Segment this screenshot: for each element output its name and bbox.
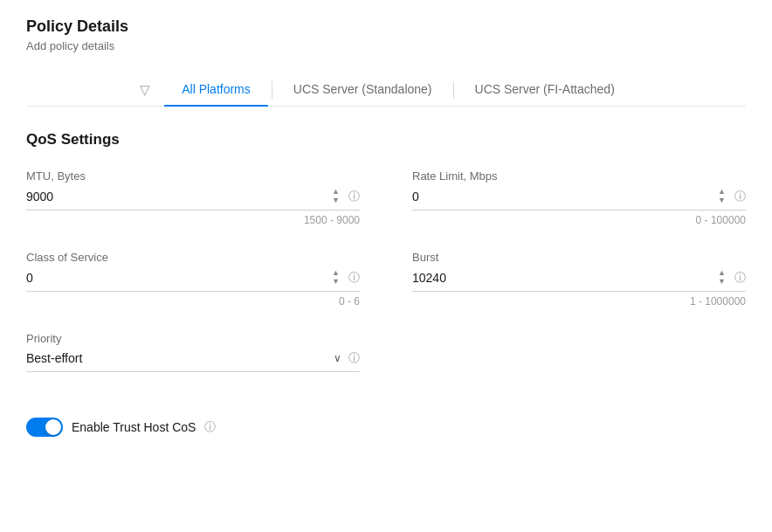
priority-select[interactable]: Best-effort Bronze Silver Gold Platinum — [26, 351, 327, 365]
mtu-decrement[interactable]: ▼ — [330, 197, 341, 204]
burst-increment[interactable]: ▲ — [716, 269, 727, 277]
cos-input-row: ▲ ▼ ⓘ — [26, 269, 360, 292]
priority-field-group: Priority Best-effort Bronze Silver Gold … — [26, 332, 360, 372]
toggle-info-icon[interactable]: ⓘ — [204, 419, 216, 435]
tab-ucs-standalone[interactable]: UCS Server (Standalone) — [276, 73, 450, 107]
burst-decrement[interactable]: ▼ — [716, 278, 727, 286]
priority-select-row: Best-effort Bronze Silver Gold Platinum … — [26, 350, 360, 372]
mtu-field-group: MTU, Bytes ▲ ▼ ⓘ 1500 - 9000 — [26, 169, 360, 226]
rate-limit-decrement[interactable]: ▼ — [716, 197, 727, 204]
mtu-info-icon[interactable]: ⓘ — [348, 189, 360, 204]
burst-spinner[interactable]: ▲ ▼ — [716, 269, 727, 286]
tab-ucs-fi-attached[interactable]: UCS Server (FI-Attached) — [458, 73, 632, 107]
priority-label: Priority — [26, 332, 360, 345]
cos-field-group: Class of Service ▲ ▼ ⓘ 0 - 6 — [26, 251, 360, 307]
burst-input-row: ▲ ▼ ⓘ — [412, 269, 746, 292]
rate-limit-field-group: Rate Limit, Mbps ▲ ▼ ⓘ 0 - 100000 — [412, 169, 746, 226]
burst-label: Burst — [412, 251, 746, 264]
cos-label: Class of Service — [26, 251, 360, 264]
cos-increment[interactable]: ▲ — [330, 269, 341, 277]
burst-field-group: Burst ▲ ▼ ⓘ 1 - 1000000 — [412, 251, 746, 307]
tab-separator-1 — [272, 81, 272, 99]
rate-limit-info-icon[interactable]: ⓘ — [734, 189, 746, 204]
page-header: Policy Details Add policy details — [26, 17, 746, 52]
toggle-knob — [45, 419, 61, 435]
cos-input[interactable] — [26, 271, 323, 285]
mtu-input[interactable] — [26, 190, 323, 204]
tab-all-platforms[interactable]: All Platforms — [164, 73, 268, 107]
cos-info-icon[interactable]: ⓘ — [348, 270, 360, 286]
priority-info-icon[interactable]: ⓘ — [348, 350, 360, 366]
filter-icon[interactable]: ▽ — [140, 82, 150, 98]
enable-trust-host-cos-toggle[interactable] — [26, 418, 63, 437]
cos-range: 0 - 6 — [26, 295, 360, 307]
rate-limit-range: 0 - 100000 — [412, 214, 746, 226]
burst-info-icon[interactable]: ⓘ — [734, 270, 746, 286]
fields-grid: MTU, Bytes ▲ ▼ ⓘ 1500 - 9000 Rate Limit,… — [26, 169, 746, 397]
cos-decrement[interactable]: ▼ — [330, 278, 341, 286]
burst-input[interactable] — [412, 271, 709, 285]
rate-limit-input[interactable] — [412, 190, 709, 204]
tab-separator-2 — [453, 81, 454, 99]
mtu-range: 1500 - 9000 — [26, 214, 360, 226]
page-subtitle: Add policy details — [26, 39, 746, 52]
toggle-row: Enable Trust Host CoS ⓘ — [26, 418, 746, 437]
rate-limit-label: Rate Limit, Mbps — [412, 169, 746, 183]
burst-range: 1 - 1000000 — [412, 295, 746, 307]
rate-limit-spinner[interactable]: ▲ ▼ — [716, 188, 727, 204]
rate-limit-input-row: ▲ ▼ ⓘ — [412, 188, 746, 211]
rate-limit-increment[interactable]: ▲ — [716, 188, 727, 196]
page-title: Policy Details — [26, 17, 746, 36]
mtu-spinner[interactable]: ▲ ▼ — [330, 188, 341, 204]
section-title: QoS Settings — [26, 131, 746, 149]
mtu-label: MTU, Bytes — [26, 169, 360, 183]
mtu-input-row: ▲ ▼ ⓘ — [26, 188, 360, 211]
toggle-label: Enable Trust Host CoS — [72, 420, 196, 434]
tab-bar: ▽ All Platforms UCS Server (Standalone) … — [26, 73, 746, 107]
mtu-increment[interactable]: ▲ — [330, 188, 341, 196]
cos-spinner[interactable]: ▲ ▼ — [330, 269, 341, 286]
priority-chevron-icon: ∨ — [334, 352, 341, 364]
